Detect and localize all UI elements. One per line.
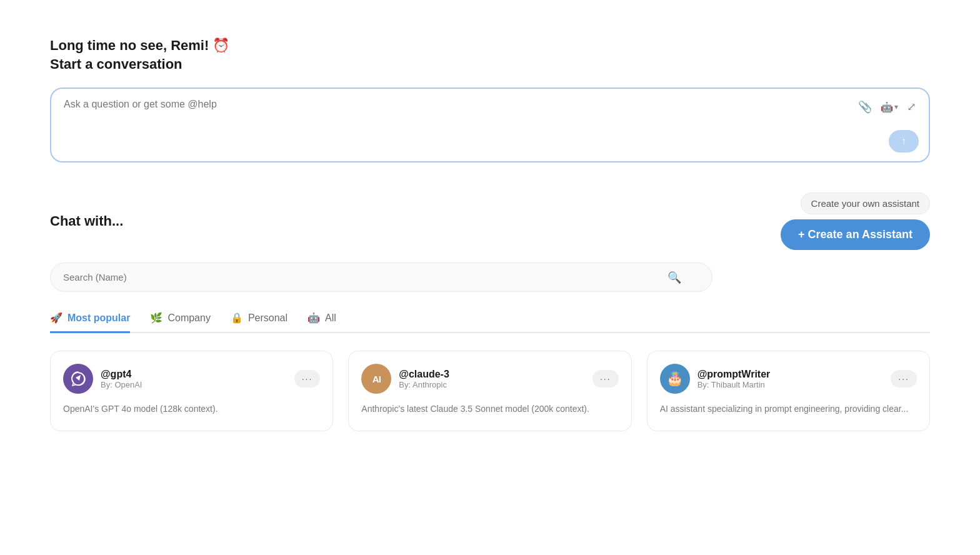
card-header-claude: AI @claude-3 By: Anthropic ··· — [361, 364, 618, 394]
card-handle-promptwriter: @promptWriter — [698, 369, 771, 380]
greeting-title: Long time no see, Remi! ⏰ — [50, 38, 930, 54]
create-own-assistant-button[interactable]: Create your own assistant — [801, 192, 930, 214]
card-name-block-promptwriter: @promptWriter By: Thibault Martin — [698, 369, 771, 389]
all-icon: 🤖 — [308, 312, 320, 324]
card-handle-gpt4: @gpt4 — [101, 369, 142, 380]
lock-icon: 🔒 — [231, 312, 243, 324]
assistant-card-promptwriter[interactable]: 🎂 @promptWriter By: Thibault Martin ··· … — [647, 351, 930, 431]
card-description-claude: Anthropic's latest Claude 3.5 Sonnet mod… — [361, 402, 618, 416]
card-header-gpt4: @gpt4 By: OpenAI ··· — [63, 364, 320, 394]
attach-icon: 📎 — [858, 100, 872, 114]
tabs-container: 🚀 Most popular 🌿 Company 🔒 Personal 🤖 Al… — [50, 307, 930, 333]
card-identity-gpt4: @gpt4 By: OpenAI — [63, 364, 142, 394]
card-menu-button-gpt4[interactable]: ··· — [294, 370, 321, 388]
search-icon: 🔍 — [668, 271, 681, 284]
card-identity-claude: AI @claude-3 By: Anthropic — [361, 364, 449, 394]
assistants-grid: @gpt4 By: OpenAI ··· OpenAI's GPT 4o mod… — [50, 351, 930, 431]
card-by-claude: By: Anthropic — [399, 380, 449, 389]
rocket-icon: 🚀 — [50, 312, 62, 324]
submit-button[interactable]: ↑ — [889, 130, 919, 152]
greeting-section: Long time no see, Remi! ⏰ Start a conver… — [50, 38, 930, 72]
chat-input[interactable] — [64, 99, 916, 121]
card-description-promptwriter: AI assistant specializing in prompt engi… — [660, 402, 917, 416]
tab-all-label: All — [325, 312, 336, 324]
robot-icon: 🤖 — [881, 101, 893, 113]
create-assistant-area: Create your own assistant + Create an As… — [781, 192, 930, 250]
attach-button[interactable]: 📎 — [856, 98, 874, 116]
card-name-block-gpt4: @gpt4 By: OpenAI — [101, 369, 142, 389]
tab-most-popular-label: Most popular — [68, 312, 130, 324]
start-conversation-label: Start a conversation — [50, 56, 930, 72]
create-assistant-button[interactable]: + Create an Assistant — [781, 219, 930, 250]
card-header-promptwriter: 🎂 @promptWriter By: Thibault Martin ··· — [660, 364, 917, 394]
assistant-card-claude[interactable]: AI @claude-3 By: Anthropic ··· Anthropic… — [348, 351, 631, 431]
card-menu-button-promptwriter[interactable]: ··· — [891, 370, 917, 388]
model-selector-button[interactable]: 🤖 ▾ — [881, 101, 898, 113]
assistant-card-gpt4[interactable]: @gpt4 By: OpenAI ··· OpenAI's GPT 4o mod… — [50, 351, 333, 431]
card-by-gpt4: By: OpenAI — [101, 380, 142, 389]
tab-most-popular[interactable]: 🚀 Most popular — [50, 307, 130, 333]
tab-company[interactable]: 🌿 Company — [150, 307, 210, 333]
expand-button[interactable]: ⤢ — [904, 98, 919, 116]
card-by-promptwriter: By: Thibault Martin — [698, 380, 771, 389]
tab-personal-label: Personal — [248, 312, 288, 324]
card-handle-claude: @claude-3 — [399, 369, 449, 380]
company-icon: 🌿 — [150, 312, 162, 324]
card-menu-button-claude[interactable]: ··· — [592, 370, 619, 388]
tab-company-label: Company — [168, 312, 210, 324]
tab-all[interactable]: 🤖 All — [308, 307, 336, 333]
tab-personal[interactable]: 🔒 Personal — [231, 307, 288, 333]
chat-input-container: 📎 🤖 ▾ ⤢ ↑ — [50, 88, 930, 162]
avatar-claude: AI — [361, 364, 391, 394]
card-identity-promptwriter: 🎂 @promptWriter By: Thibault Martin — [660, 364, 771, 394]
search-container: 🔍 — [50, 262, 930, 292]
chat-with-title: Chat with... — [50, 213, 123, 229]
chat-header: Chat with... Create your own assistant +… — [50, 192, 930, 250]
search-input[interactable] — [50, 262, 712, 292]
expand-icon: ⤢ — [907, 100, 916, 114]
chat-section: Chat with... Create your own assistant +… — [50, 192, 930, 431]
card-description-gpt4: OpenAI's GPT 4o model (128k context). — [63, 402, 320, 416]
chevron-down-icon: ▾ — [894, 102, 898, 111]
avatar-promptwriter: 🎂 — [660, 364, 690, 394]
submit-arrow-icon: ↑ — [901, 136, 906, 147]
input-action-bar: 📎 🤖 ▾ ⤢ — [856, 98, 919, 116]
avatar-gpt4 — [63, 364, 93, 394]
card-name-block-claude: @claude-3 By: Anthropic — [399, 369, 449, 389]
